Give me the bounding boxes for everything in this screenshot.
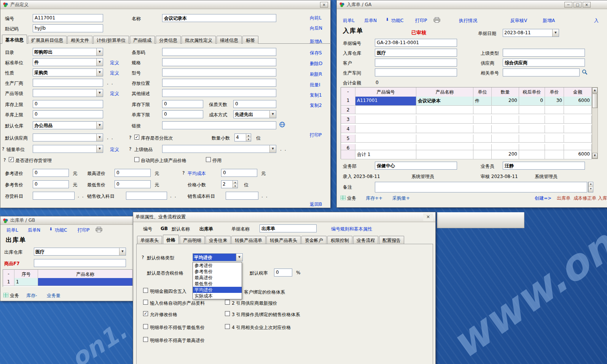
scroll-up-icon[interactable]: ▲ — [592, 87, 597, 93]
supplier-ellipsis-button[interactable]: . . — [107, 135, 113, 140]
close-icon[interactable]: × — [320, 2, 328, 8]
doc-name-input[interactable]: 出库单 — [260, 224, 317, 232]
search-icon[interactable] — [582, 69, 588, 75]
refresh-button[interactable]: 刷新R — [310, 71, 322, 78]
create-link[interactable]: 创建=> — [535, 195, 551, 202]
manufacturer-input[interactable] — [33, 79, 103, 87]
chevron-down-icon[interactable]: ▼ — [552, 29, 559, 37]
max-buy-limit-checkbox[interactable] — [143, 337, 148, 342]
chevron-down-icon[interactable]: ▼ — [269, 111, 276, 118]
sell-income-ellipsis-button[interactable]: . . — [170, 193, 177, 199]
tab-convert-list[interactable]: 转换产品清单 — [231, 236, 266, 244]
inv-subject-ellipsis-button[interactable]: . . — [78, 193, 84, 199]
list-item[interactable]: 最低售价 — [193, 281, 242, 287]
create-outbound-link[interactable]: 出库单 — [557, 195, 570, 202]
spin-up-icon[interactable]: ▲ — [233, 181, 237, 184]
supplier-input[interactable]: 综合供应商 — [503, 59, 585, 67]
inbound-wh-input[interactable]: 医疗 — [375, 49, 457, 57]
mnemonic-input[interactable]: hyjlb — [33, 24, 103, 32]
product-no-input[interactable]: A117001 — [33, 14, 103, 22]
price-type-listbox[interactable]: 参考进价 参考售价 最高进价 最低售价 平均进价 实际成本 — [193, 262, 242, 299]
avg-cost-link[interactable]: 平均成本 — [188, 170, 206, 177]
stock-lower-input[interactable]: 0 — [162, 100, 203, 108]
sync-price-checkbox[interactable] — [134, 157, 139, 162]
outbound-print-button[interactable]: 打印P — [78, 227, 89, 234]
table-scrollbar[interactable]: ▲ ▼ — [592, 87, 598, 159]
outbound-next-button[interactable]: 后单N — [28, 227, 40, 234]
outbound-wh-select[interactable]: 医疗▼ — [34, 248, 126, 256]
scroll-down-icon[interactable]: ▼ — [592, 153, 597, 159]
max-buy-input[interactable]: 0 — [115, 169, 151, 177]
inbound-reprice-link[interactable]: 入库调价单 — [598, 195, 607, 202]
shelf-days-input[interactable]: 0 — [233, 100, 276, 108]
copy1-button[interactable]: 复制1 — [310, 92, 322, 99]
chevron-down-icon[interactable]: ▼ — [96, 145, 103, 153]
parent-item-select[interactable]: ▼ — [162, 145, 276, 153]
inbound-next-button[interactable]: 后单N — [364, 17, 377, 24]
copy2-button[interactable]: 复制2 — [310, 102, 322, 109]
tab-report-config[interactable]: 配置报告 — [379, 236, 404, 244]
chevron-down-icon[interactable]: ▼ — [96, 59, 103, 66]
salesman-input[interactable]: 汪静 — [503, 162, 585, 170]
selected-cell[interactable]: A117001 — [355, 97, 416, 106]
remark-scroll[interactable]: ▲▼ — [588, 182, 593, 192]
tab-convert-header[interactable]: 转换产品表头 — [266, 236, 301, 244]
avg-cost-input[interactable]: 0 — [221, 169, 257, 177]
manufacturer-ellipsis-button[interactable]: . . — [107, 80, 113, 86]
sync-product-price-checkbox[interactable] — [143, 300, 148, 305]
purchase-qty-link[interactable]: 采购量+ — [392, 195, 410, 202]
list-item[interactable]: 参考进价 — [193, 262, 242, 269]
minimize-icon[interactable]: − — [564, 2, 572, 8]
inv-subject-input[interactable] — [33, 192, 75, 200]
dept-input[interactable]: 保健中心 — [375, 162, 457, 170]
nature-select[interactable]: 采购类▼ — [33, 68, 103, 76]
tab-batch-attr[interactable]: 批次属性定义 — [182, 36, 216, 44]
sell-income-input[interactable] — [126, 192, 167, 200]
chevron-down-icon[interactable]: ▼ — [119, 248, 126, 255]
chevron-down-icon[interactable]: ▼ — [96, 48, 103, 56]
workshop-input[interactable] — [375, 68, 457, 76]
store-upper-input[interactable]: 0 — [33, 110, 103, 118]
tab-fund-account[interactable]: 资金帐户 — [301, 236, 327, 244]
tax-rate-input[interactable]: 0 — [274, 269, 292, 277]
cost-adjust-link[interactable]: 成本修正单 — [574, 195, 596, 202]
numbering-rule-link[interactable]: 编号规则和基本属性 — [331, 226, 372, 232]
remark-input[interactable] — [375, 182, 587, 192]
exec-status-button[interactable]: 执行情况 — [459, 17, 477, 24]
min-sell-limit-checkbox[interactable] — [143, 324, 148, 329]
spin-down-icon[interactable]: ▼ — [588, 187, 593, 192]
next-button[interactable]: 向后N — [310, 25, 322, 32]
product-titlebar[interactable]: 产品定义 × — [0, 0, 330, 9]
doc-date-picker[interactable]: 2023-08-11▼ — [503, 29, 559, 37]
spin-down-icon[interactable]: ▼ — [246, 138, 251, 141]
tab-basic-info[interactable]: 基本信息 — [2, 35, 27, 44]
chevron-down-icon[interactable]: ▼ — [269, 145, 276, 153]
chevron-down-icon[interactable]: ▼ — [96, 134, 103, 141]
biz-volume-link[interactable]: 业务量 — [47, 292, 61, 299]
doc-no-input[interactable]: GA-23-08-11-0001 — [375, 39, 457, 47]
parent-type-input[interactable] — [503, 49, 585, 57]
tab-description[interactable]: 描述信息 — [217, 36, 242, 44]
dialog-titlebar[interactable]: 单据属性、业务流程设置 × — [133, 212, 435, 222]
globe-icon[interactable] — [279, 122, 285, 127]
ref-buy-input[interactable]: 0 — [33, 169, 69, 177]
tab-label[interactable]: 标签 — [242, 36, 258, 44]
scrollbar-thumb[interactable] — [592, 94, 597, 108]
close-icon[interactable]: × — [583, 2, 591, 8]
tab-pricing-unit[interactable]: 计价/折算单位 — [93, 36, 129, 44]
unit-select[interactable]: 件▼ — [33, 58, 103, 66]
tab-composition[interactable]: 产品组成 — [130, 36, 155, 44]
price-decimal-stepper[interactable]: 2 ▲▼ — [221, 180, 238, 188]
default-supplier-select[interactable]: ▼ — [33, 134, 103, 141]
maximize-icon[interactable]: □ — [574, 2, 582, 8]
price-type-select[interactable]: 平均进价▼ — [193, 253, 243, 261]
outbound-prev-button[interactable]: 前单L — [6, 227, 18, 234]
outbound-func-button[interactable]: 功能C — [55, 227, 67, 234]
qty-decimal-stepper[interactable]: 4 ▲▼ — [234, 134, 251, 141]
sell-cost-input[interactable] — [226, 192, 258, 200]
disabled-checkbox[interactable] — [206, 157, 211, 162]
parent-ellipsis-button[interactable]: . . — [280, 146, 287, 152]
close-icon[interactable]: × — [423, 213, 433, 221]
chevron-down-icon[interactable]: ▼ — [96, 69, 103, 76]
related-company-price-checkbox[interactable] — [225, 324, 230, 329]
